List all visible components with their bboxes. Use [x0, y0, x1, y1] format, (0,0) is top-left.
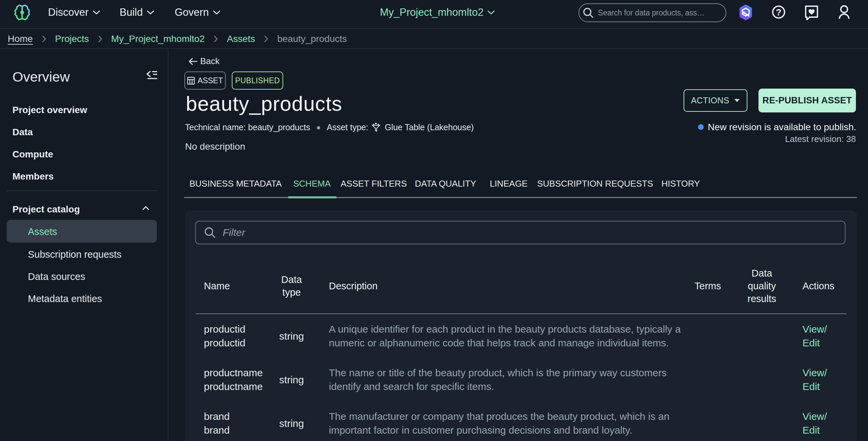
svg-text:?: ?: [776, 7, 782, 18]
